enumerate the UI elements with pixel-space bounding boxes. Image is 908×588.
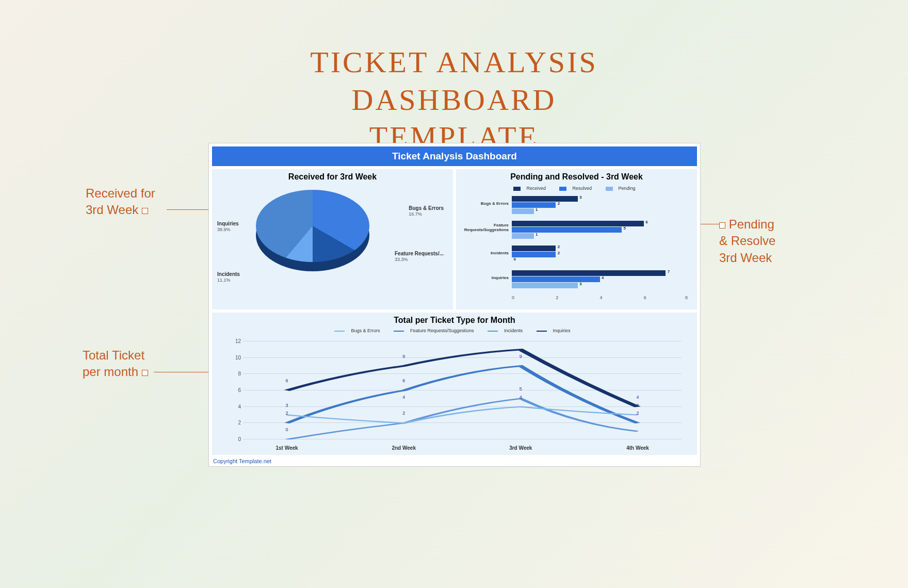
bar-cat-incidents: Incidents [457,251,509,255]
bar-title: Pending and Resolved - 3rd Week [456,169,697,185]
pie-title: Received for 3rd Week [212,169,453,185]
pie-label-feature: Feature Requests/...33.3% [395,251,444,263]
page-title-line1: TICKET ANALYSIS DASHBOARD [310,45,597,117]
bar-cat-bugs: Bugs & Errors [457,201,509,206]
pie-panel: Received for 3rd Week Inquiries38.9% Bug… [212,169,453,309]
line-x-w4: 4th Week [626,445,649,451]
line-legend: Bugs & Errors Feature Requests/Suggestio… [212,328,697,335]
bar-cat-feature: Feature Requests/Suggestions [457,223,509,232]
annotation-received: Received for3rd Week [86,185,155,219]
line-x-w1: 1st Week [275,445,298,451]
bar-cat-inquiries: Inquiries [457,275,509,280]
bar-x-axis: 0 2 4 6 8 [512,295,688,302]
line-x-w3: 3rd Week [509,445,532,451]
bar-legend: Received Resolved Pending [456,185,697,193]
line-svg [243,341,682,439]
annotation-total: Total Ticketper month [83,347,148,381]
line-chart-area: 0 2 4 6 8 10 12 1st Week 2nd Week 3rd We… [243,341,682,439]
dashboard-header: Ticket Analysis Dashboard [212,146,697,166]
line-panel: Total per Ticket Type for Month Bugs & E… [212,313,697,455]
pie-chart [256,190,369,277]
page-title: TICKET ANALYSIS DASHBOARD TEMPLATE [227,44,681,156]
annotation-pending: Pending& Resolve3rd Week [719,216,775,266]
bar-panel: Pending and Resolved - 3rd Week Received… [456,169,697,309]
line-title: Total per Ticket Type for Month [212,313,697,328]
copyright: Copyright Template.net [213,458,271,464]
top-row: Received for 3rd Week Inquiries38.9% Bug… [212,169,697,309]
line-x-w2: 2nd Week [392,445,416,451]
pie-label-bugs: Bugs & Errors16.7% [409,205,444,217]
bar-chart-area: Bugs & Errors 3 2 1 Feature Requests/Sug… [512,194,688,295]
dashboard-card: Ticket Analysis Dashboard Received for 3… [208,143,701,467]
pie-label-incidents: Incidents11.1% [217,271,240,283]
pie-label-inquiries: Inquiries38.9% [217,221,239,233]
